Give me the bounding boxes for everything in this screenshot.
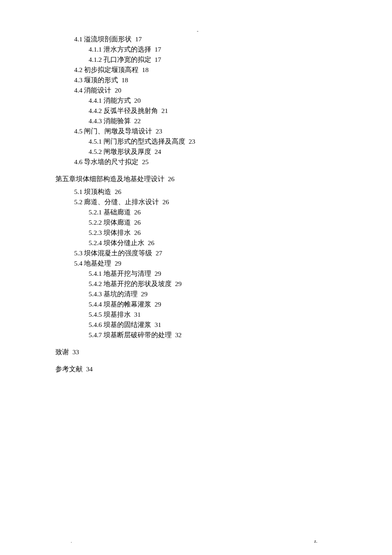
toc-entry: 4.4.1 消能方式 20 xyxy=(89,95,337,106)
toc-entry-title: 坝基的固结灌浆 xyxy=(104,321,151,328)
toc-entry-title: 导水墙的尺寸拟定 xyxy=(84,158,138,165)
toc-entry-page: 26 xyxy=(133,229,141,236)
toc-entry-page: 34 xyxy=(84,365,92,373)
toc-entry-number: 4.4.3 xyxy=(89,117,102,124)
toc-entry: 5.2.3 坝体排水 26 xyxy=(89,228,337,238)
toc-entry-number: 5.4.3 xyxy=(89,290,102,298)
toc-entry-title: 泄水方式的选择 xyxy=(104,46,151,53)
toc-entry-title: 孔口净宽的拟定 xyxy=(104,56,151,63)
toc-entry-title: 坝体分缝止水 xyxy=(104,239,144,246)
toc-entry: 5.2.1 基础廊道 26 xyxy=(89,207,337,217)
toc-entry-number: 5.4.7 xyxy=(89,331,102,338)
toc-entry-page: 29 xyxy=(113,260,121,267)
toc-entry: 4.5.2 闸墩形状及厚度 24 xyxy=(89,147,337,157)
toc-entry-number: 5.3 xyxy=(74,249,82,257)
toc-entry-page: 27 xyxy=(154,249,162,257)
toc-entry-page: 20 xyxy=(133,97,141,104)
toc-entry-title: 地基处理 xyxy=(84,260,111,267)
toc-entry-title: 坝基排水 xyxy=(104,311,131,318)
toc-entry: 5.4 地基处理 29 xyxy=(74,258,337,269)
toc-entry: 4.4.3 消能验算 22 xyxy=(89,116,337,126)
toc-entry-title: 闸门形式的型式选择及高度 xyxy=(104,138,185,145)
toc-entry-number: 5.4.5 xyxy=(89,311,102,318)
toc-entry-title: 地基开挖与清理 xyxy=(104,270,151,277)
toc-entry-title: 闸门、闸墩及导墙设计 xyxy=(84,127,152,135)
toc-entry-title: 反弧半径及挑射角 xyxy=(104,107,158,114)
toc-entry-page: 17 xyxy=(153,56,161,63)
toc-entry-number: 5.2.1 xyxy=(89,208,102,216)
toc-entry-page: 26 xyxy=(146,239,154,246)
toc-entry-title: 坝顶构造 xyxy=(84,188,111,195)
toc-entry-number: 4.2 xyxy=(74,66,82,73)
toc-entry: 4.1.2 孔口净宽的拟定 17 xyxy=(89,55,337,65)
toc-entry: 5.4.4 坝基的帷幕灌浆 29 xyxy=(89,299,337,309)
toc-entry: 5.3 坝体混凝土的强度等级 27 xyxy=(74,248,337,258)
toc-entry: 5.2.2 坝体廊道 26 xyxy=(89,217,337,228)
header-mark: - xyxy=(197,28,199,33)
toc-entry-number: 4.5.2 xyxy=(89,148,102,155)
toc-entry-number: 5.2.3 xyxy=(89,229,102,236)
footer-right-mark: z. xyxy=(314,538,317,543)
toc-entry-title: 堰顶的形式 xyxy=(84,76,118,84)
toc-entry-title: 基础廊道 xyxy=(104,208,131,216)
toc-entry-title: 坝体排水 xyxy=(104,229,131,236)
toc-entry: 4.4.2 反弧半径及挑射角 21 xyxy=(89,106,337,116)
toc-entry-number: 4.3 xyxy=(74,76,82,84)
toc-entry: 致谢 33 xyxy=(55,347,337,357)
toc-entry-title: 消能设计 xyxy=(84,87,111,94)
toc-entry-page: 17 xyxy=(133,35,141,43)
toc-entry-title: 溢流坝剖面形状 xyxy=(84,35,132,43)
toc-entry: 5.4.7 坝基断层破碎带的处理 32 xyxy=(89,330,337,340)
toc-entry: 5.2.4 坝体分缝止水 26 xyxy=(89,238,337,248)
toc-entry: 5.1 坝顶构造 26 xyxy=(74,187,337,197)
toc-entry-title: 初步拟定堰顶高程 xyxy=(84,66,138,73)
toc-entry-page: 18 xyxy=(140,66,148,73)
toc-entry-number: 4.1 xyxy=(74,35,82,43)
toc-entry: 参考文献 34 xyxy=(55,364,337,374)
toc-entry-number: 5.2.4 xyxy=(89,239,102,246)
toc-entry-title: 消能验算 xyxy=(104,117,131,124)
toc-entry-number: 5.4 xyxy=(74,260,82,267)
toc-entry-title: 坝基的帷幕灌浆 xyxy=(104,301,151,308)
toc-entry: 第五章坝体细部构造及地基处理设计 26 xyxy=(55,174,337,184)
toc-entry-number: 5.4.2 xyxy=(89,280,102,287)
toc-entry-page: 23 xyxy=(187,138,195,145)
toc-entry-number: 4.5.1 xyxy=(89,138,102,145)
toc-entry: 4.3 堰顶的形式 18 xyxy=(74,75,337,85)
toc-entry: 5.4.6 坝基的固结灌浆 31 xyxy=(89,320,337,330)
toc-entry-title: 参考文献 xyxy=(55,365,83,373)
toc-entry-page: 21 xyxy=(160,107,168,114)
toc-entry-number: 5.4.1 xyxy=(89,270,102,277)
toc-entry-page: 17 xyxy=(153,46,161,53)
toc-entry: 5.4.1 地基开挖与清理 29 xyxy=(89,269,337,279)
toc-entry-page: 26 xyxy=(133,219,141,226)
toc-entry: 4.2 初步拟定堰顶高程 18 xyxy=(74,65,337,75)
toc-entry: 4.6 导水墙的尺寸拟定 25 xyxy=(74,157,337,167)
toc-entry-page: 26 xyxy=(161,198,169,205)
toc-entry-page: 18 xyxy=(120,76,128,84)
toc-entry-title: 坝基断层破碎带的处理 xyxy=(104,331,172,338)
toc-entry-title: 第五章坝体细部构造及地基处理设计 xyxy=(55,175,164,182)
toc-entry-number: 4.1.1 xyxy=(89,46,102,53)
toc-entry: 5.2 廊道、分缝、止排水设计 26 xyxy=(74,197,337,207)
toc-entry-number: 4.1.2 xyxy=(89,56,102,63)
footer-left-mark: . xyxy=(71,538,72,543)
toc-entry-title: 闸墩形状及厚度 xyxy=(104,148,151,155)
toc-entry-page: 29 xyxy=(153,270,161,277)
toc-entry-number: 5.2 xyxy=(74,198,82,205)
toc-entry: 4.1 溢流坝剖面形状 17 xyxy=(74,34,337,44)
table-of-contents: 4.1 溢流坝剖面形状 174.1.1 泄水方式的选择 174.1.2 孔口净宽… xyxy=(55,34,337,374)
toc-entry-number: 4.6 xyxy=(74,158,82,165)
toc-entry-number: 5.4.4 xyxy=(89,301,102,308)
toc-entry-title: 坝体廊道 xyxy=(104,219,131,226)
toc-entry: 4.5.1 闸门形式的型式选择及高度 23 xyxy=(89,136,337,147)
toc-entry: 4.1.1 泄水方式的选择 17 xyxy=(89,44,337,55)
toc-entry-page: 32 xyxy=(173,331,182,338)
toc-entry-number: 5.1 xyxy=(74,188,82,195)
toc-entry-page: 31 xyxy=(133,311,141,318)
toc-entry-number: 4.4 xyxy=(74,87,82,94)
toc-entry-number: 4.5 xyxy=(74,127,82,135)
toc-entry-page: 33 xyxy=(71,348,79,356)
toc-entry-page: 29 xyxy=(139,290,147,298)
toc-entry-page: 26 xyxy=(133,208,141,216)
